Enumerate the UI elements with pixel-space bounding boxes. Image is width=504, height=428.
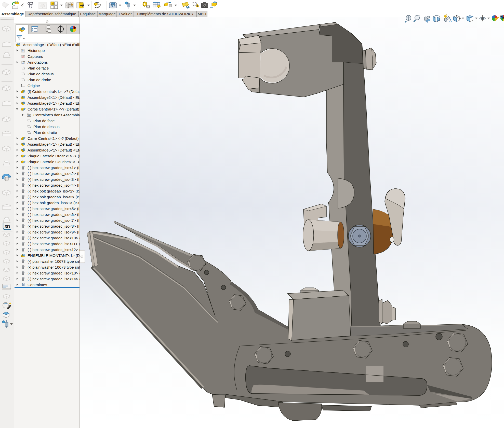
svg-text:A: A [449, 19, 452, 23]
